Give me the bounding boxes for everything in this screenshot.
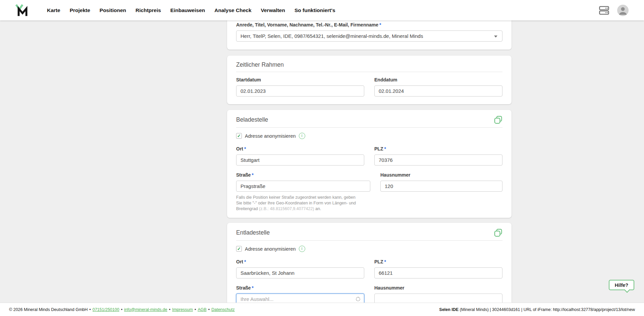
anonymize-label: Adresse anonymisieren (245, 246, 296, 252)
hausnummer-input[interactable] (380, 181, 502, 192)
footer-copyright: © 2026 Mineral Minds Deutschland GmbH (9, 307, 88, 312)
top-navigation-bar: Karte Projekte Positionen Richtpreis Ein… (0, 0, 644, 20)
helper-line2: Sie bitte "-" oder Ihre Geo-Koordinaten … (236, 200, 370, 206)
startdatum-input[interactable] (236, 85, 364, 97)
beladestelle-title: Beladestelle (236, 116, 268, 123)
divider (236, 240, 502, 241)
contact-select-value: Herr, TitelP, Selen, IDE, 0987/654321, s… (240, 33, 423, 39)
plz-input[interactable] (374, 267, 502, 278)
footer-separator: • (89, 307, 91, 312)
plz-input[interactable] (374, 154, 502, 166)
loading-spinner-icon (356, 297, 360, 301)
ort-label: Ort* (236, 259, 364, 265)
plz-label: PLZ* (374, 146, 502, 152)
hausnummer-label: Hausnummer (374, 285, 502, 291)
strasse-label-text: Straße (236, 172, 251, 178)
footer-session-info: Selen IDE (Mineral Minds) | 30244603d161… (439, 307, 635, 312)
info-icon[interactable] (299, 133, 305, 139)
anonymize-label: Adresse anonymisieren (245, 133, 296, 139)
startdatum-label: Startdatum (236, 77, 364, 83)
divider (236, 72, 502, 72)
plz-label-text: PLZ (374, 259, 383, 264)
footer-separator: • (195, 307, 196, 312)
header-icons (599, 5, 629, 16)
plz-label: PLZ* (374, 259, 502, 265)
user-avatar[interactable] (617, 5, 629, 16)
timeframe-card: Zeitlicher Rahmen Startdatum Enddatum (227, 56, 512, 104)
enddatum-input[interactable] (374, 85, 502, 97)
required-asterisk: * (384, 259, 386, 264)
hausnummer-label: Hausnummer (380, 172, 502, 178)
contact-select-label: Anrede, Titel, Vorname, Nachname, Tel.-N… (236, 22, 502, 28)
loading-point-card: Beladestelle Adresse anonymisieren Ort* … (227, 110, 512, 218)
person-icon (617, 5, 629, 16)
info-icon[interactable] (299, 246, 305, 252)
footer-link-agb[interactable]: AGB (198, 307, 206, 312)
ort-label-text: Ort (236, 146, 243, 151)
divider (236, 127, 502, 128)
strasse-label-text: Straße (236, 285, 251, 291)
server-icon[interactable] (599, 6, 609, 15)
footer-separator: • (121, 307, 122, 312)
strasse-input[interactable] (236, 181, 370, 192)
strasse-label: Straße* (236, 172, 370, 178)
footer-session-details: (Mineral Minds) | 30244603d161 | URL of … (459, 307, 635, 312)
nav-item-richtpreis[interactable]: Richtpreis (136, 7, 161, 13)
strasse-label: Straße* (236, 285, 364, 291)
anonymize-checkbox[interactable] (236, 246, 242, 252)
anonymize-checkbox[interactable] (236, 133, 242, 139)
timeframe-title: Zeitlicher Rahmen (236, 61, 284, 68)
ort-input[interactable] (236, 154, 364, 166)
footer-user: Selen IDE (439, 307, 459, 312)
enddatum-label: Enddatum (374, 77, 502, 83)
required-asterisk: * (244, 146, 246, 151)
ort-label: Ort* (236, 146, 364, 152)
nav-item-karte[interactable]: Karte (47, 7, 60, 13)
nav-item-so-funktionierts[interactable]: So funktioniert's (294, 7, 335, 13)
dropdown-caret-icon (494, 36, 497, 38)
ort-input[interactable] (236, 267, 364, 278)
logo-icon (15, 3, 29, 17)
footer-link-impressum[interactable]: Impressum (172, 307, 193, 312)
footer-link-email[interactable]: info@mineral-minds.de (124, 307, 167, 312)
contact-select-label-text: Anrede, Titel, Vorname, Nachname, Tel.-N… (236, 22, 378, 27)
contact-select[interactable]: Herr, TitelP, Selen, IDE, 0987/654321, s… (236, 30, 502, 42)
helper-line1: Falls die Position keiner Straße zugeord… (236, 195, 370, 200)
helper-line3-suffix: an. (314, 206, 321, 211)
footer-left: © 2026 Mineral Minds Deutschland GmbH • … (9, 307, 235, 312)
ort-label-text: Ort (236, 259, 243, 264)
helper-line3-prefix: Breitengrad (236, 206, 259, 211)
required-asterisk: * (252, 285, 254, 291)
footer-link-phone[interactable]: 07151/250100 (93, 307, 119, 312)
nav-item-analyse-check[interactable]: Analyse Check (214, 7, 251, 13)
helper-line3: Breitengrad (z.B.: 48.8115607,9.4077422)… (236, 206, 370, 212)
copy-icon[interactable] (494, 229, 502, 237)
main-nav: Karte Projekte Positionen Richtpreis Ein… (47, 7, 335, 13)
required-asterisk: * (379, 22, 381, 27)
unloading-point-card: Entladestelle Adresse anonymisieren Ort*… (227, 223, 512, 307)
required-asterisk: * (244, 259, 246, 264)
nav-item-einbauweisen[interactable]: Einbauweisen (170, 7, 205, 13)
copy-icon[interactable] (494, 116, 502, 124)
strasse-helper-text: Falls die Position keiner Straße zugeord… (236, 195, 370, 212)
footer: © 2026 Mineral Minds Deutschland GmbH • … (0, 303, 644, 316)
required-asterisk: * (252, 172, 254, 178)
mineral-minds-logo[interactable] (15, 3, 30, 18)
footer-link-datenschutz[interactable]: Datenschutz (211, 307, 234, 312)
entladestelle-title: Entladestelle (236, 229, 270, 236)
nav-item-projekte[interactable]: Projekte (70, 7, 90, 13)
nav-item-positionen[interactable]: Positionen (100, 7, 126, 13)
help-button[interactable]: Hilfe? (609, 280, 634, 290)
required-asterisk: * (384, 146, 386, 151)
helper-line3-example: (z.B.: 48.8115607,9.4077422) (259, 206, 314, 211)
nav-item-verwalten[interactable]: Verwalten (261, 7, 285, 13)
plz-label-text: PLZ (374, 146, 383, 151)
footer-separator: • (169, 307, 170, 312)
footer-separator: • (208, 307, 210, 312)
